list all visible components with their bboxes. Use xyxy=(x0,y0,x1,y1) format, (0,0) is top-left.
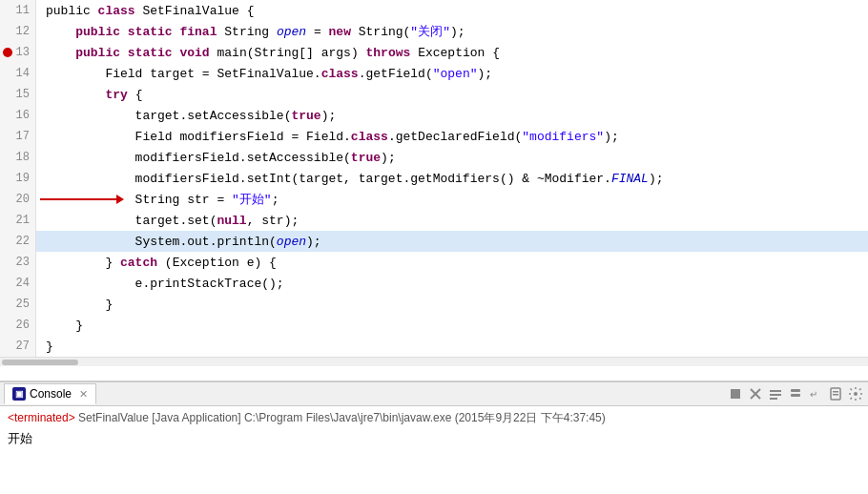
svg-text:↵: ↵ xyxy=(810,389,817,400)
token-kw: catch xyxy=(120,256,157,270)
word-wrap-button[interactable]: ↵ xyxy=(807,385,824,402)
remove-button[interactable] xyxy=(747,385,764,402)
svg-rect-7 xyxy=(791,394,800,397)
token-kw: class xyxy=(321,67,359,81)
code-line: 21 target.set(null, str); xyxy=(0,210,868,231)
token-plain: Field modifiersField = Field. xyxy=(46,130,351,144)
line-number: 16 xyxy=(0,105,36,126)
token-plain xyxy=(120,25,128,39)
code-lines: 11public class SetFinalValue {12 public … xyxy=(0,0,868,357)
token-plain: target.setAccessible( xyxy=(46,109,291,123)
token-kw: new xyxy=(329,25,351,39)
token-plain: ); xyxy=(450,25,465,39)
token-plain xyxy=(46,25,75,39)
token-plain: target.set( xyxy=(46,214,217,228)
token-plain xyxy=(173,46,180,60)
svg-rect-6 xyxy=(791,389,800,392)
line-content: } xyxy=(36,294,868,315)
scrollbar-thumb[interactable] xyxy=(2,360,78,365)
svg-rect-3 xyxy=(770,390,781,392)
token-plain: } xyxy=(46,298,113,312)
token-plain: String( xyxy=(351,25,410,39)
line-number: 24 xyxy=(0,273,36,294)
token-plain: ; xyxy=(272,193,279,207)
svg-rect-5 xyxy=(770,398,777,400)
terminated-label: <terminated> xyxy=(8,411,75,424)
console-tab-close[interactable]: ✕ xyxy=(79,388,88,401)
line-number: 13 xyxy=(0,42,36,63)
token-plain: ); xyxy=(649,172,664,186)
console-tab[interactable]: ▣ Console ✕ xyxy=(4,383,96,404)
console-toolbar-right: ↵ xyxy=(727,385,864,402)
code-line: 27} xyxy=(0,336,868,357)
stop-button[interactable] xyxy=(727,385,744,402)
line-number: 21 xyxy=(0,210,36,231)
line-content: target.set(null, str); xyxy=(36,210,868,231)
token-kw: true xyxy=(351,151,381,165)
breakpoint-dot xyxy=(3,48,12,57)
line-number: 12 xyxy=(0,21,36,42)
line-content: modifiersField.setInt(target, target.get… xyxy=(36,168,868,189)
code-line: 17 Field modifiersField = Field.class.ge… xyxy=(0,126,868,147)
token-plain: SetFinalValue { xyxy=(135,4,255,18)
token-plain: ); xyxy=(306,235,321,249)
token-kw: class xyxy=(98,4,135,18)
token-kw: final xyxy=(179,25,217,39)
token-kw: true xyxy=(291,109,320,123)
line-content: try { xyxy=(36,84,868,105)
clear-console-button[interactable] xyxy=(767,385,784,402)
token-plain: System.out.println( xyxy=(46,235,277,249)
token-plain xyxy=(120,46,128,60)
code-line: 14 Field target = SetFinalValue.class.ge… xyxy=(0,63,868,84)
line-number: 26 xyxy=(0,315,36,336)
console-content: <terminated> SetFinalValue [Java Applica… xyxy=(0,406,868,451)
code-line: 13 public static void main(String[] args… xyxy=(0,42,868,63)
token-plain: ); xyxy=(604,130,619,144)
token-plain: (Exception e) { xyxy=(157,256,277,270)
token-str: "开始" xyxy=(232,191,272,208)
pin-button[interactable] xyxy=(827,385,844,402)
line-content: target.setAccessible(true); xyxy=(36,105,868,126)
token-italic-var: FINAL xyxy=(611,172,649,186)
token-plain: } xyxy=(46,319,83,333)
token-kw: public xyxy=(75,25,120,39)
token-plain: modifiersField.setAccessible( xyxy=(46,151,351,165)
line-number: 18 xyxy=(0,147,36,168)
code-line: 23 } catch (Exception e) { xyxy=(0,252,868,273)
token-italic-var: open xyxy=(277,25,306,39)
line-number: 23 xyxy=(0,252,36,273)
code-line: 16 target.setAccessible(true); xyxy=(0,105,868,126)
token-italic-var: open xyxy=(277,235,306,249)
line-content: } xyxy=(36,315,868,336)
code-line: 26 } xyxy=(0,315,868,336)
console-tab-icon: ▣ xyxy=(12,387,26,401)
code-line: 12 public static final String open = new… xyxy=(0,21,868,42)
line-content: } catch (Exception e) { xyxy=(36,252,868,273)
line-number: 15 xyxy=(0,84,36,105)
line-number: 27 xyxy=(0,336,36,357)
console-area: ▣ Console ✕ ↵ xyxy=(0,381,868,494)
token-plain: public xyxy=(46,4,98,18)
token-plain: } xyxy=(46,256,120,270)
token-plain: String xyxy=(217,25,276,39)
token-plain: ); xyxy=(381,151,396,165)
line-content: e.printStackTrace(); xyxy=(36,273,868,294)
horizontal-scrollbar[interactable] xyxy=(0,357,868,366)
token-plain: .getDeclaredField( xyxy=(388,130,522,144)
token-kw: static xyxy=(128,46,173,60)
svg-rect-10 xyxy=(833,391,838,393)
code-line: 11public class SetFinalValue { xyxy=(0,0,868,21)
token-kw: public xyxy=(75,46,120,60)
token-plain xyxy=(173,25,180,39)
line-content: public static final String open = new St… xyxy=(36,21,868,42)
line-number: 22 xyxy=(0,231,36,252)
settings-button[interactable] xyxy=(847,385,864,402)
line-number: 20 xyxy=(0,189,36,210)
scroll-lock-button[interactable] xyxy=(787,385,804,402)
token-kw: throws xyxy=(366,46,411,60)
token-plain xyxy=(46,46,75,60)
token-plain: Exception { xyxy=(410,46,500,60)
code-line: 15 try { xyxy=(0,84,868,105)
line-content: } xyxy=(36,336,868,357)
svg-rect-4 xyxy=(770,394,781,396)
